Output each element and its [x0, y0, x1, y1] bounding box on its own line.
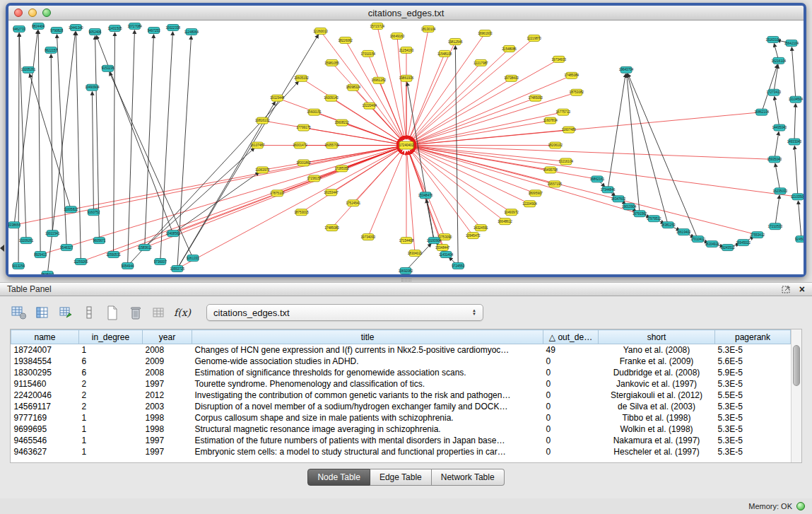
- table-cell[interactable]: 2012: [143, 390, 192, 401]
- network-node[interactable]: 11248064: [184, 28, 199, 35]
- network-edge[interactable]: [775, 163, 780, 191]
- table-cell[interactable]: 1: [79, 412, 143, 424]
- network-edge[interactable]: [57, 35, 67, 247]
- network-node[interactable]: 11583612: [138, 245, 153, 251]
- network-edge[interactable]: [798, 201, 801, 239]
- network-node[interactable]: 18753082: [570, 89, 584, 95]
- table-cell[interactable]: 9777169: [11, 412, 79, 424]
- network-edge[interactable]: [406, 244, 431, 271]
- table-cell[interactable]: 14569117: [11, 401, 79, 412]
- network-edge[interactable]: [51, 54, 52, 233]
- network-node[interactable]: 19115448: [270, 95, 285, 101]
- column-header-short[interactable]: short: [599, 330, 715, 344]
- network-edge[interactable]: [792, 47, 796, 100]
- network-hub-node[interactable]: 17240402: [399, 141, 414, 149]
- table-cell[interactable]: 2: [79, 390, 143, 401]
- table-vertical-scrollbar[interactable]: [791, 329, 801, 462]
- network-edge[interactable]: [114, 33, 115, 255]
- table-cell[interactable]: 0: [543, 378, 599, 390]
- network-node[interactable]: 16235033: [773, 188, 788, 194]
- network-node[interactable]: 15600151: [307, 109, 322, 115]
- network-node[interactable]: 16153447: [324, 189, 339, 196]
- network-edge[interactable]: [303, 146, 400, 163]
- table-cell[interactable]: Tourette syndrome. Phenomenology and cla…: [192, 378, 543, 390]
- network-edge[interactable]: [177, 35, 319, 269]
- network-node[interactable]: 9245032: [795, 236, 804, 243]
- network-node[interactable]: 15935043: [767, 156, 782, 163]
- table-cell[interactable]: 1: [79, 435, 143, 446]
- network-edge[interactable]: [128, 81, 299, 266]
- network-edge[interactable]: [775, 195, 779, 226]
- network-edge[interactable]: [14, 30, 37, 225]
- network-node[interactable]: 17524541: [346, 200, 360, 206]
- table-cell[interactable]: 0: [543, 401, 599, 412]
- table-cell[interactable]: 6: [79, 367, 143, 378]
- network-node[interactable]: 16001472: [293, 142, 307, 148]
- network-node[interactable]: 19643704: [619, 66, 634, 73]
- network-node[interactable]: 18095907: [528, 190, 543, 197]
- network-edge[interactable]: [413, 146, 775, 160]
- network-node[interactable]: 18098324: [346, 84, 360, 90]
- scrollbar-thumb[interactable]: [793, 345, 800, 386]
- table-cell[interactable]: 2009: [143, 356, 192, 367]
- table-cell[interactable]: 19384554: [11, 356, 79, 367]
- table-row[interactable]: 2242004622012Investigating the contribut…: [11, 390, 791, 401]
- network-node[interactable]: 17010154: [361, 50, 376, 57]
- network-node[interactable]: 16862104: [755, 109, 770, 115]
- network-node[interactable]: 18301862: [296, 160, 311, 166]
- table-cell[interactable]: 5.3E-5: [715, 446, 791, 457]
- network-node[interactable]: 11607834: [543, 117, 558, 124]
- table-cell[interactable]: 5.3E-5: [715, 378, 791, 390]
- network-node[interactable]: 18130104: [421, 25, 436, 32]
- network-edge[interactable]: [76, 32, 81, 262]
- table-cell[interactable]: 2008: [143, 367, 192, 378]
- network-node[interactable]: 16649160: [390, 33, 405, 39]
- network-edge[interactable]: [413, 112, 762, 145]
- table-cell[interactable]: 2: [79, 401, 143, 412]
- network-node[interactable]: 9054944: [122, 263, 134, 269]
- network-edge[interactable]: [775, 132, 779, 159]
- table-cell[interactable]: 0: [543, 424, 599, 435]
- network-node[interactable]: 10590531: [106, 252, 121, 258]
- network-node[interactable]: 19738403: [504, 75, 519, 81]
- network-edge[interactable]: [775, 97, 779, 128]
- network-node[interactable]: 10209261: [19, 238, 34, 244]
- table-cell[interactable]: 5.3E-5: [715, 424, 791, 435]
- table-cell[interactable]: Structural magnetic resonance image aver…: [192, 424, 543, 435]
- table-cell[interactable]: Nakamura et al. (1997): [599, 435, 715, 446]
- network-node[interactable]: 21548086: [502, 45, 517, 52]
- network-node[interactable]: 19243512: [720, 245, 735, 251]
- network-node[interactable]: 11063973: [255, 167, 270, 173]
- network-node[interactable]: 10193904: [427, 238, 442, 244]
- column-header-title[interactable]: title: [192, 330, 543, 344]
- network-node[interactable]: 17285352: [334, 165, 349, 172]
- network-node[interactable]: 17979512: [647, 216, 661, 222]
- network-node[interactable]: 9505013: [41, 271, 54, 274]
- network-node[interactable]: 17485083: [324, 225, 339, 231]
- table-cell[interactable]: Hescheler et al. (1997): [599, 446, 715, 457]
- delete-icon[interactable]: [126, 303, 145, 322]
- network-edge[interactable]: [19, 33, 26, 240]
- column-header-year[interactable]: year: [143, 330, 192, 344]
- minimize-button[interactable]: [28, 8, 37, 17]
- table-cell[interactable]: 1: [79, 344, 143, 356]
- network-edge[interactable]: [128, 30, 135, 266]
- table-cell[interactable]: Franke et al. (2009): [599, 356, 715, 367]
- network-edge[interactable]: [412, 98, 535, 144]
- network-node[interactable]: 15495798: [543, 167, 558, 173]
- table-row[interactable]: 977716911998Corpus callosum shape and si…: [11, 412, 791, 424]
- table-cell[interactable]: 5.9E-5: [715, 367, 791, 378]
- network-node[interactable]: 13104504: [789, 96, 804, 103]
- table-cell[interactable]: 22420046: [11, 390, 79, 401]
- table-cell[interactable]: 1: [79, 424, 143, 435]
- column-header-pagerank[interactable]: pagerank: [715, 330, 791, 344]
- network-node[interactable]: 15723724: [370, 23, 385, 29]
- table-row[interactable]: 1456911722003Disruption of a novel membe…: [11, 401, 791, 412]
- network-node[interactable]: 9790828: [50, 27, 63, 33]
- network-edge[interactable]: [177, 148, 401, 269]
- network-node[interactable]: 15348447: [435, 245, 450, 251]
- network-edge[interactable]: [321, 31, 403, 140]
- network-node[interactable]: 12103504: [791, 194, 804, 200]
- network-node[interactable]: 10022338: [166, 24, 181, 30]
- table-cell[interactable]: Wolkin et al. (1998): [599, 424, 715, 435]
